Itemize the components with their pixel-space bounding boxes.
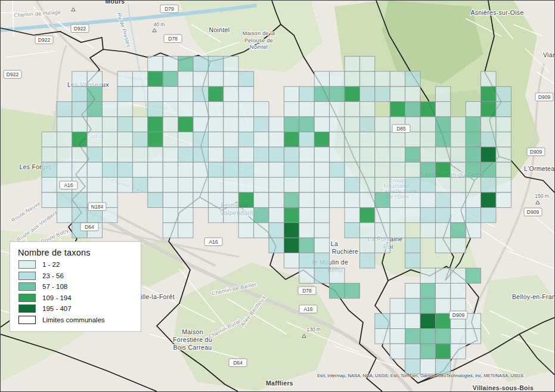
grid-cell-class-1 <box>345 162 359 177</box>
grid-cell-class-2 <box>57 102 72 117</box>
grid-cell-class-1 <box>359 56 374 71</box>
grid-cell-class-1 <box>163 86 178 101</box>
grid-cell-class-1 <box>238 102 253 117</box>
grid-cell-class-3 <box>420 283 435 298</box>
grid-cell-class-1 <box>269 162 284 177</box>
road-shield: D909 <box>527 148 545 156</box>
grid-cell-class-1 <box>193 102 208 117</box>
grid-cell-class-1 <box>330 117 345 132</box>
grid-cell-class-1 <box>163 178 178 192</box>
grid-cell-class-1 <box>57 132 72 147</box>
grid-cell-class-1 <box>299 268 314 283</box>
grid-cell-class-1 <box>208 178 223 192</box>
grid-cell-class-3 <box>314 86 329 101</box>
map-attribution: Esri, Intermap, NASA, NGA, USGS; Esri, T… <box>286 373 555 378</box>
grid-cell-class-1 <box>466 329 480 344</box>
grid-cell-class-4 <box>481 102 496 117</box>
grid-cell-class-2 <box>405 344 420 359</box>
grid-cell-class-3 <box>254 207 269 222</box>
grid-cell-class-3 <box>299 117 314 132</box>
grid-cell-class-1 <box>57 207 72 222</box>
grid-cell-class-2 <box>254 147 269 162</box>
grid-cell-class-2 <box>269 238 284 253</box>
grid-cell-class-2 <box>284 147 299 162</box>
road-shield-label: D64 <box>233 360 243 366</box>
legend-item-2: 23 - 56 <box>18 272 141 280</box>
grid-cell-class-1 <box>451 178 466 192</box>
grid-cell-class-1 <box>390 207 405 222</box>
grid-cell-class-1 <box>238 86 253 101</box>
grid-cell-class-2 <box>193 56 208 71</box>
grid-cell-class-1 <box>254 178 269 192</box>
map-label: Mours <box>106 1 125 5</box>
grid-cell-class-3 <box>451 223 466 238</box>
road-shield-label: A16 <box>209 239 218 245</box>
road-shield-label: N184 <box>91 204 104 210</box>
map-canvas[interactable]: MoursNointelMaison de laPelouse deNointe… <box>1 1 554 391</box>
grid-cell-class-1 <box>42 192 57 207</box>
grid-cell-class-2 <box>420 207 435 222</box>
grid-cell-class-1 <box>375 147 390 162</box>
grid-cell-class-1 <box>57 162 72 177</box>
grid-cell-class-2 <box>375 313 390 328</box>
grid-cell-class-1 <box>466 192 480 207</box>
map-window: MoursNointelMaison de laPelouse deNointe… <box>0 0 555 392</box>
grid-cell-class-1 <box>345 147 359 162</box>
grid-cell-class-3 <box>330 86 345 101</box>
grid-cell-class-1 <box>451 147 466 162</box>
legend-item-5: 195 - 407 <box>18 304 141 313</box>
grid-cell-class-1 <box>435 147 450 162</box>
grid-cell-class-2 <box>117 86 132 101</box>
map-label: Belloy-en-France <box>512 293 554 300</box>
grid-cell-class-4 <box>178 117 193 132</box>
grid-cell-class-2 <box>72 207 87 222</box>
grid-cell-class-1 <box>238 207 253 222</box>
grid-cell-class-1 <box>451 238 466 253</box>
grid-cell-class-1 <box>375 132 390 147</box>
grid-cell-class-1 <box>375 207 390 222</box>
grid-cell-class-1 <box>87 132 102 147</box>
grid-cell-class-1 <box>193 178 208 192</box>
grid-cell-class-2 <box>132 132 147 147</box>
map-label: Forestière du <box>173 336 212 343</box>
grid-cell-class-1 <box>178 223 193 238</box>
grid-cell-class-1 <box>163 102 178 117</box>
legend-item-4: 109 - 194 <box>18 294 141 302</box>
grid-cell-class-1 <box>87 162 102 177</box>
road-shield: D922 <box>4 70 21 79</box>
legend-swatch-icon <box>18 304 36 313</box>
road-shield: D909 <box>524 208 542 216</box>
grid-cell-class-1 <box>496 178 511 192</box>
grid-cell-class-1 <box>390 298 405 313</box>
grid-cell-class-1 <box>314 102 329 117</box>
grid-cell-class-1 <box>345 102 359 117</box>
grid-cell-class-1 <box>178 178 193 192</box>
road-shield: D909 <box>449 311 467 319</box>
grid-cell-class-1 <box>284 86 299 101</box>
grid-cell-class-1 <box>330 268 345 283</box>
legend-item-boundaries: Limites communales <box>18 316 141 324</box>
grid-cell-class-1 <box>87 71 102 86</box>
legend-item-label: 23 - 56 <box>42 272 64 279</box>
grid-cell-class-1 <box>466 178 480 192</box>
grid-cell-class-1 <box>435 102 450 117</box>
grid-cell-class-1 <box>148 86 163 101</box>
grid-cell-class-1 <box>299 147 314 162</box>
grid-cell-class-1 <box>405 132 420 147</box>
road-shield: D78 <box>164 35 182 43</box>
road-shield-label: D78 <box>302 288 312 294</box>
grid-cell-class-1 <box>57 117 72 132</box>
grid-cell-class-2 <box>117 162 132 177</box>
base-map: MoursNointelMaison de laPelouse deNointe… <box>1 1 554 391</box>
grid-cell-class-2 <box>481 207 496 222</box>
grid-cell-class-1 <box>269 207 284 222</box>
grid-cell-class-1 <box>87 117 102 132</box>
road-shield-label: D922 <box>38 37 51 43</box>
grid-cell-class-2 <box>435 359 450 374</box>
grid-cell-class-1 <box>375 117 390 132</box>
grid-cell-class-1 <box>451 132 466 147</box>
grid-cell-class-3 <box>420 329 435 344</box>
grid-cell-class-1 <box>208 132 223 147</box>
grid-cell-class-1 <box>42 132 57 147</box>
grid-cell-class-1 <box>314 178 329 192</box>
